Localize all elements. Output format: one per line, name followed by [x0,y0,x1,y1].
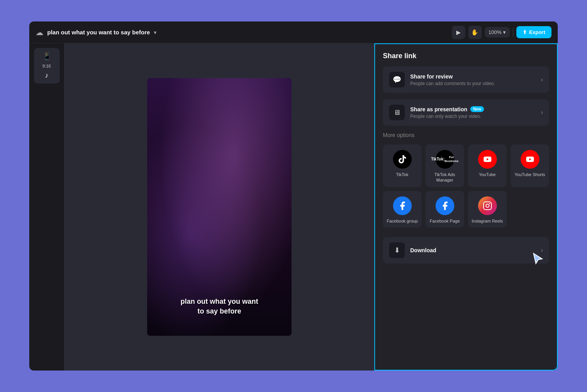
canvas-area: plan out what you wantto say before [64,43,374,371]
zoom-control[interactable]: 100% ▾ [485,27,510,37]
share-presentation-title: Share as presentation New [410,106,535,112]
share-for-review-card[interactable]: 💬 Share for review People can add commen… [383,66,549,93]
play-button[interactable]: ▶ [452,26,465,39]
option-tiktok-ads[interactable]: TikTok:For Business TikTok Ads Manager [425,144,464,187]
share-presentation-content: Share as presentation New People can onl… [410,106,535,119]
export-icon: ⬆ [523,29,527,35]
header-controls: ▶ ✋ 100% ▾ ⬆ Export [452,26,551,39]
header-left: ☁ plan out what you want to say before ▾ [36,28,447,37]
options-grid: TikTok TikTok:For Business TikTok Ads Ma… [383,144,549,228]
tiktok-label: TikTok [396,172,408,177]
zoom-value: 100% [489,29,502,35]
export-button[interactable]: ⬆ Export [516,26,551,38]
facebook-page-icon [436,196,454,215]
new-badge: New [470,106,484,112]
export-label: Export [529,29,545,35]
instagram-reels-label: Instagram Reels [471,218,503,224]
option-facebook-group[interactable]: Facebook group [383,191,422,228]
svg-rect-0 [484,202,491,210]
option-facebook-page[interactable]: Facebook Page [425,191,464,228]
youtube-label: YouTube [479,172,496,177]
share-review-content: Share for review People can add comments… [410,73,535,86]
download-label: Download [410,247,535,253]
option-youtube-shorts[interactable]: YouTube Shorts [511,144,549,187]
title-chevron-icon[interactable]: ▾ [154,29,157,36]
zoom-chevron-icon: ▾ [503,29,506,35]
header: ☁ plan out what you want to say before ▾… [29,21,558,43]
svg-marker-3 [534,253,542,264]
more-options-label: More options [383,132,549,138]
tiktok-ads-icon: TikTok:For Business [436,150,454,169]
tiktok-icon [393,150,412,169]
sidebar-format-card[interactable]: 📱 9:16 ♪ [34,48,60,84]
video-preview: plan out what you wantto say before [147,78,292,336]
cursor-indicator [531,252,545,267]
cloud-icon: ☁ [36,28,43,37]
share-review-title: Share for review [410,73,535,80]
option-instagram-reels[interactable]: Instagram Reels [468,191,507,228]
share-review-icon: 💬 [389,72,405,87]
sidebar: 📱 9:16 ♪ [29,43,64,371]
share-presentation-card[interactable]: 🖥 Share as presentation New People can o… [383,99,549,126]
panel-title: Share link [383,52,549,60]
share-presentation-desc: People can only watch your video. [410,114,535,119]
download-icon: ⬇ [389,242,405,258]
share-presentation-icon: 🖥 [389,105,405,120]
tiktok-platform-icon: ♪ [45,71,48,80]
share-panel: Share link 💬 Share for review People can… [374,43,558,371]
cursor-tool-button[interactable]: ✋ [468,26,482,39]
ratio-label: 9:16 [43,64,51,68]
instagram-reels-icon [478,196,497,215]
share-review-chevron-icon: › [541,76,543,83]
facebook-group-label: Facebook group [387,218,418,224]
svg-point-1 [486,204,489,207]
download-card[interactable]: ⬇ Download › [383,237,549,264]
share-presentation-chevron-icon: › [541,109,543,116]
youtube-icon [478,150,497,169]
youtube-shorts-label: YouTube Shorts [514,172,545,177]
option-tiktok[interactable]: TikTok [383,144,422,187]
header-divider [513,28,513,37]
app-container: ☁ plan out what you want to say before ▾… [29,21,558,371]
svg-point-2 [489,203,490,204]
facebook-page-label: Facebook Page [430,218,460,224]
phone-icon: 📱 [43,52,51,61]
tiktok-ads-label: TikTok Ads Manager [429,172,461,183]
project-title: plan out what you want to say before [47,29,150,36]
share-review-desc: People can add comments to your video. [410,81,535,86]
video-subtitle: plan out what you wantto say before [147,297,292,316]
main-content: 📱 9:16 ♪ plan out what you wantto say be… [29,43,558,371]
facebook-group-icon [393,196,412,215]
youtube-shorts-icon [521,150,539,169]
option-youtube[interactable]: YouTube [468,144,507,187]
